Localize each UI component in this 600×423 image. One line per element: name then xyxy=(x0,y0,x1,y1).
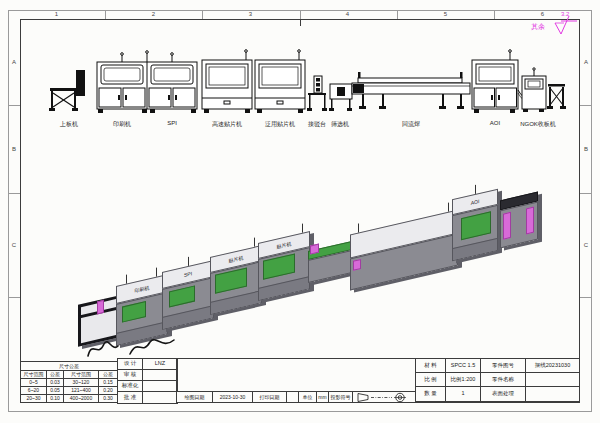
ruler-divider xyxy=(494,10,495,19)
scale-label: 比 例 xyxy=(416,373,446,387)
machine-window xyxy=(122,301,146,323)
material-value: SPCC 1.5 xyxy=(446,359,481,373)
ruler-divider xyxy=(105,10,106,19)
iso-mounter-1: 贴片机 xyxy=(210,245,262,315)
design-value: LNZ xyxy=(143,359,178,370)
draw-date-label: 绘图日期 xyxy=(177,392,213,403)
machine-label: 回流焊 xyxy=(381,120,441,129)
machine-label: 上板机 xyxy=(39,120,99,129)
qty-label: 数 量 xyxy=(416,387,446,402)
finish-label: 表面处理 xyxy=(481,387,526,402)
design-label: 设 计 xyxy=(118,359,143,370)
unloader-accent xyxy=(503,212,511,240)
standard-value xyxy=(143,381,178,392)
machine-roof-label: AOI xyxy=(471,199,480,206)
qty-value: 1 xyxy=(446,387,481,402)
machine-label: SPI xyxy=(142,120,202,126)
unit-value: mm xyxy=(317,392,329,403)
part-name-value xyxy=(526,373,580,387)
machine-mounter2-drawing xyxy=(255,50,305,113)
notes-cell xyxy=(176,358,416,392)
machine-window xyxy=(215,267,247,293)
iso-unloader xyxy=(500,192,538,249)
surface-roughness-icon xyxy=(551,14,579,36)
machine-unloader-drawing xyxy=(518,68,566,112)
tolerance-header: 公差 xyxy=(47,371,64,379)
machine-label: 筛选机 xyxy=(310,120,370,129)
ruler-divider xyxy=(580,105,592,106)
tolerance-cell: 0.30 xyxy=(99,395,118,403)
tolerance-cell: 0.20 xyxy=(99,387,118,395)
ruler-divider xyxy=(580,193,592,194)
antenna-post xyxy=(188,257,189,266)
machine-screener-drawing xyxy=(329,84,352,111)
antenna-post xyxy=(126,274,127,283)
unloader-accent xyxy=(526,207,534,235)
tolerance-header: 尺寸范围 xyxy=(21,371,47,379)
material-label: 材 料 xyxy=(416,359,446,373)
oven-accent xyxy=(353,259,361,271)
antenna-post xyxy=(302,224,303,233)
tolerance-table-title: 尺寸公差 xyxy=(21,362,118,371)
row-label: B xyxy=(8,144,20,154)
approve-value xyxy=(143,392,178,404)
machine-label: 高速贴片机 xyxy=(197,120,257,129)
machine-label: NGOK收板机 xyxy=(508,120,568,129)
bottom-info-row: 绘图日期 2023-10-30 打印日期 单位 mm 投影符号 xyxy=(176,391,416,403)
machine-aoi-drawing xyxy=(472,50,518,113)
ruler-divider xyxy=(8,105,20,106)
antenna-post xyxy=(358,223,359,232)
tolerance-cell: 0.03 xyxy=(47,379,64,387)
column-label: 5 xyxy=(397,10,494,19)
tolerance-cell: 0.10 xyxy=(47,395,64,403)
part-no-label: 零件图号 xyxy=(481,359,526,373)
tolerance-cell: 400~2000 xyxy=(64,395,99,403)
tolerance-table: 尺寸公差 尺寸范围 公差 尺寸范围 公差 0~5 0.03 30~120 0.1… xyxy=(20,361,118,403)
iso-mounter-2: 贴片机 xyxy=(258,231,310,301)
iso-aoi: AOI xyxy=(452,189,498,262)
antenna-post xyxy=(475,185,476,194)
signature-block: 设 计 LNZ 审 核 标准化 批 准 xyxy=(117,358,178,404)
signature-scribble xyxy=(82,334,182,360)
drawing-sheet: 1 2 3 4 5 6 A B C A B C 其余 3.2 xyxy=(0,0,600,423)
tolerance-header: 尺寸范围 xyxy=(64,371,99,379)
row-label: A xyxy=(580,57,592,67)
tolerance-cell: 30~120 xyxy=(64,379,99,387)
machine-loader-drawing xyxy=(49,70,85,111)
ruler-divider xyxy=(8,193,20,194)
tolerance-cell: 0.05 xyxy=(47,387,64,395)
projection-symbol-cell xyxy=(353,392,416,403)
center-tick xyxy=(300,19,301,26)
tolerance-header: 公差 xyxy=(99,371,118,379)
ruler-divider xyxy=(300,10,301,19)
print-date-value xyxy=(287,392,299,403)
antenna-post xyxy=(254,238,255,247)
review-label: 审 核 xyxy=(118,370,143,381)
print-date-label: 打印日期 xyxy=(253,392,287,403)
scale-value: 比例1:200 xyxy=(446,373,481,387)
part-no-value: 摆线20231030 xyxy=(526,359,580,373)
machine-conveyor-drawing xyxy=(307,76,327,111)
machine-roof-label: SPI xyxy=(184,271,192,278)
review-value xyxy=(143,370,178,381)
unit-label: 单位 xyxy=(299,392,317,403)
tolerance-cell: 20~30 xyxy=(21,395,47,403)
column-label: 1 xyxy=(8,10,105,19)
cart-accent xyxy=(97,300,104,315)
ruler-divider xyxy=(580,297,592,298)
ruler-divider xyxy=(8,297,20,298)
surface-note-label: 其余 xyxy=(531,22,545,32)
machine-printer-spi-drawing xyxy=(97,51,197,113)
finish-value xyxy=(526,387,580,402)
projection-symbol-icon xyxy=(354,392,414,403)
tolerance-cell: 6~20 xyxy=(21,387,47,395)
machine-mounter1-drawing xyxy=(202,50,252,113)
row-label: B xyxy=(580,144,592,154)
machine-window xyxy=(263,253,295,279)
ruler-divider xyxy=(202,10,203,19)
machine-roof-label: 印刷机 xyxy=(135,285,150,293)
column-label: 3 xyxy=(202,10,299,19)
machine-reflow-drawing xyxy=(352,72,470,109)
row-label: A xyxy=(8,57,20,67)
projection-label: 投影符号 xyxy=(329,392,353,403)
